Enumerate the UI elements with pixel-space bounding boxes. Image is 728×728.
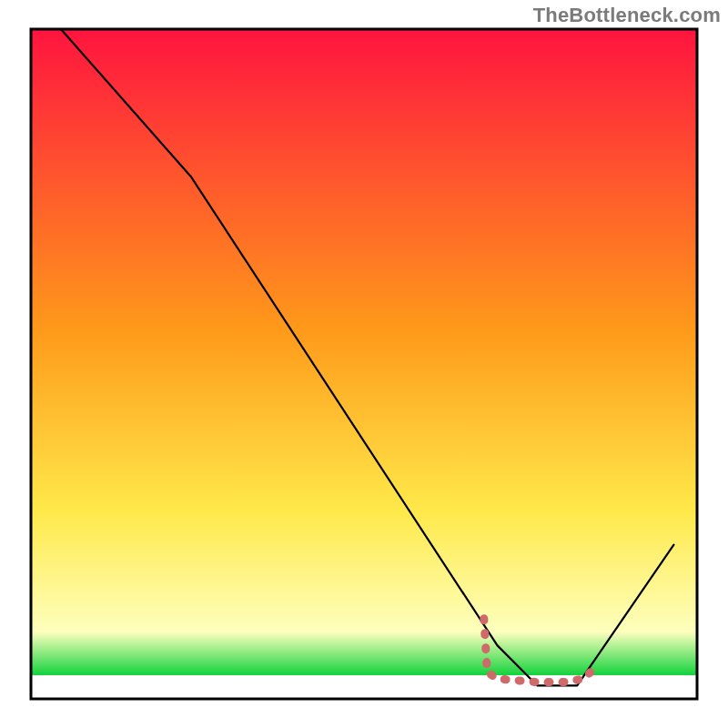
watermark-text: TheBottleneck.com (533, 4, 721, 27)
bottleneck-chart (0, 0, 728, 728)
chart-root: TheBottleneck.com (0, 0, 728, 728)
gradient-background (31, 29, 697, 699)
